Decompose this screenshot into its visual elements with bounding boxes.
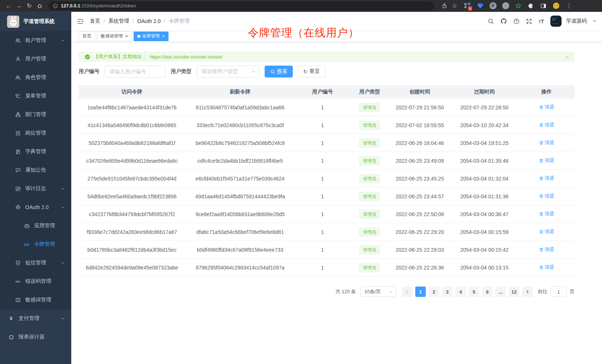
force-logout-button[interactable]: 强退 bbox=[539, 246, 554, 253]
user-type-cell: 管理员 bbox=[350, 139, 389, 148]
sidebar-item-dict[interactable]: 字典管理 bbox=[0, 142, 71, 161]
sidebar-item-tenant[interactable]: 租户管理 bbox=[0, 31, 71, 50]
page-button-4[interactable]: 4 bbox=[455, 287, 466, 297]
create-time-cell: 2022-06-25 22:26:36 bbox=[389, 265, 450, 271]
help-icon[interactable] bbox=[513, 18, 520, 24]
force-logout-button[interactable]: 强退 bbox=[539, 193, 554, 199]
page-button-12[interactable]: 12 bbox=[509, 287, 519, 297]
more-pages-button[interactable]: ... bbox=[495, 287, 506, 297]
sidebar-item-notice[interactable]: 通知公告 bbox=[0, 161, 71, 179]
action-cell: 强退 bbox=[518, 246, 575, 253]
force-logout-button[interactable]: 强退 bbox=[539, 228, 554, 235]
page-size-select[interactable]: 10条/页 bbox=[360, 287, 396, 297]
force-logout-button[interactable]: 强退 bbox=[539, 157, 554, 164]
page-info-icon[interactable] bbox=[53, 3, 58, 9]
page-button-2[interactable]: 2 bbox=[429, 287, 439, 297]
user-icon bbox=[15, 56, 21, 62]
command-extension-icon[interactable]: ⌘ bbox=[489, 2, 497, 10]
browser-forward-icon[interactable]: → bbox=[14, 1, 24, 10]
refresh-token-cell: be90422b8c7946218275a508bf524fc9 bbox=[185, 140, 295, 146]
record-extension-icon[interactable] bbox=[502, 2, 509, 10]
table-row: c342377bf8b344799dcbf7bf095287f29ce8ef2a… bbox=[79, 205, 575, 223]
page-button-1[interactable]: 1 bbox=[415, 287, 426, 297]
access-token-cell: 54d6be82ee5a460a9aedc1f9bf223656 bbox=[79, 193, 185, 199]
sidebar-item-oauth2-token[interactable]: (A)令牌管理 bbox=[0, 235, 71, 254]
sidebar-collapse-icon[interactable] bbox=[77, 18, 84, 25]
font-size-icon[interactable]: TT bbox=[539, 18, 544, 24]
user-id-cell: 1 bbox=[295, 211, 350, 217]
search-button[interactable]: 搜索 bbox=[265, 66, 293, 77]
browser-reload-icon[interactable]: ↻ bbox=[24, 1, 34, 10]
share-icon[interactable] bbox=[439, 1, 449, 10]
user-type-badge: 管理员 bbox=[359, 121, 380, 130]
user-id-input[interactable] bbox=[105, 66, 166, 77]
breadcrumb-home[interactable]: 首页 bbox=[90, 18, 100, 24]
sidebar-item-report[interactable]: 报表设计器 bbox=[0, 328, 71, 346]
browser-menu-icon[interactable]: ⋮ bbox=[564, 1, 574, 10]
grid-extension-icon[interactable]: 9 bbox=[464, 2, 471, 10]
fullscreen-icon[interactable] bbox=[526, 18, 532, 24]
access-token-cell: f9336e7c7dd242a283ee98dc86b17a87 bbox=[79, 229, 185, 235]
create-time-cell: 2022-06-25 23:45:25 bbox=[389, 176, 450, 182]
sidebar-item-sms[interactable]: 短信管理 bbox=[0, 254, 71, 272]
sidebar-item-user[interactable]: 用户管理 bbox=[0, 50, 71, 68]
sidebar-item-audit-log[interactable]: 审计日志 bbox=[0, 179, 71, 198]
sidebar-item-sensitive-word[interactable]: 敏感词管理 bbox=[0, 291, 71, 309]
sidebar-item-oauth2-client[interactable]: 应用管理 bbox=[0, 216, 71, 235]
trash-icon bbox=[539, 105, 544, 110]
next-page-button[interactable] bbox=[522, 287, 533, 297]
page-button-3[interactable]: 3 bbox=[442, 287, 452, 297]
sidebar-item-oauth2[interactable]: OAuth 2.0 bbox=[0, 198, 71, 216]
github-icon[interactable] bbox=[500, 18, 507, 24]
tab-close-icon[interactable]: × bbox=[162, 34, 165, 39]
force-logout-button[interactable]: 强退 bbox=[539, 122, 554, 128]
sidebar-item-error-code[interactable]: </>错误码管理 bbox=[0, 272, 71, 291]
force-logout-button[interactable]: 强退 bbox=[539, 175, 554, 182]
star-extension-icon[interactable] bbox=[514, 2, 522, 10]
force-logout-button[interactable]: 强退 bbox=[539, 211, 554, 217]
sidebar-item-label: 错误码管理 bbox=[25, 278, 51, 285]
doc-link[interactable]: https://doc.iocoder.cn/user-center/ bbox=[150, 54, 223, 60]
table-row: 41c41346a548490f9dc8b01c6bfe0865333ecfc7… bbox=[79, 116, 575, 134]
force-logout-button[interactable]: 强退 bbox=[539, 264, 554, 271]
user-type-select[interactable]: 请选择用户类型 bbox=[197, 66, 260, 77]
user-name[interactable]: 芋道源码 bbox=[566, 18, 587, 24]
breadcrumb-oauth2[interactable]: OAuth 2.0 bbox=[137, 18, 161, 24]
sidebar-item-dept[interactable]: 部门管理 bbox=[0, 105, 71, 124]
tab-令牌管理[interactable]: 令牌管理× bbox=[134, 32, 169, 41]
user-type-badge: 管理员 bbox=[359, 103, 380, 112]
puzzle-extension-icon[interactable] bbox=[527, 2, 534, 10]
alert-close-icon[interactable]: × bbox=[565, 54, 569, 60]
app-logo-avatar bbox=[7, 16, 19, 28]
tab-首页[interactable]: 首页 bbox=[79, 32, 95, 41]
page-button-6[interactable]: 6 bbox=[482, 287, 493, 297]
caret-down-icon[interactable] bbox=[593, 20, 596, 23]
goto-page-input[interactable] bbox=[550, 287, 567, 297]
browser-address-bar[interactable]: 127.0.0.1:1024/system/oauth2/token bbox=[48, 1, 434, 10]
create-time-cell: 2022-07-02 18:55:55 bbox=[389, 122, 450, 128]
tab-敏感词管理[interactable]: 敏感词管理× bbox=[97, 32, 132, 41]
user-avatar[interactable] bbox=[550, 16, 562, 27]
sidebar-item-post[interactable]: 岗位管理 bbox=[0, 124, 71, 142]
browser-home-icon[interactable] bbox=[35, 1, 45, 10]
sidebar-item-label: 字典管理 bbox=[25, 148, 46, 155]
trash-icon bbox=[539, 158, 544, 163]
gem-extension-icon[interactable] bbox=[477, 2, 484, 10]
tab-close-icon[interactable]: × bbox=[125, 34, 128, 39]
search-icon bbox=[270, 69, 275, 74]
browser-extensions: 9 ⌘ bbox=[464, 2, 560, 10]
search-icon[interactable] bbox=[488, 18, 494, 24]
sidebar-item-pay[interactable]: ¥支付管理 bbox=[0, 309, 71, 328]
page-button-5[interactable]: 5 bbox=[469, 287, 479, 297]
sidebar-item-role[interactable]: 角色管理 bbox=[0, 68, 71, 87]
emoji-extension-icon[interactable] bbox=[552, 2, 560, 10]
breadcrumb-system[interactable]: 系统管理 bbox=[108, 18, 129, 24]
bookmark-star-icon[interactable]: ☆ bbox=[450, 1, 459, 10]
reset-button[interactable]: ↻ 重置 bbox=[298, 66, 325, 77]
force-logout-button[interactable]: 强退 bbox=[539, 139, 554, 146]
sidebar-item-menu[interactable]: 菜单管理 bbox=[0, 87, 71, 105]
prev-page-button[interactable] bbox=[402, 287, 412, 297]
sidebar-extension-icon[interactable] bbox=[540, 2, 547, 10]
browser-back-icon[interactable]: ← bbox=[4, 1, 13, 10]
force-logout-button[interactable]: 强退 bbox=[539, 104, 554, 110]
